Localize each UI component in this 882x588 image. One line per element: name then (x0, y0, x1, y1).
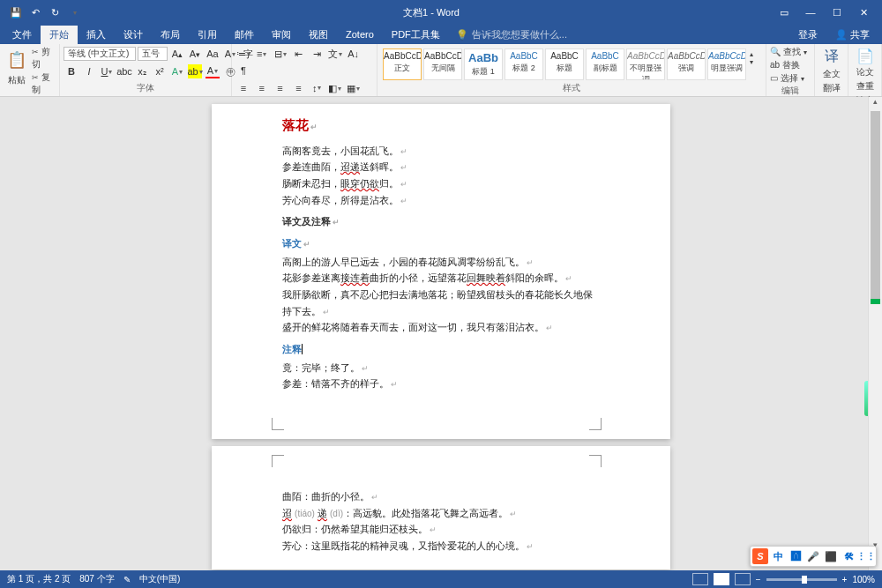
tab-design[interactable]: 设计 (115, 26, 152, 44)
copy-button[interactable]: 复制 (32, 71, 56, 96)
ime-menu-icon[interactable]: ⋮⋮ (858, 548, 874, 564)
italic-icon[interactable]: I (82, 64, 96, 78)
numbering-icon[interactable]: ≡ (255, 47, 269, 61)
doc-title[interactable]: 落花 (282, 115, 600, 138)
close-icon[interactable]: ✕ (852, 7, 875, 19)
note-line[interactable]: 芳心：这里既指花的精神灵魂，又指怜爱花的人的心境。 (282, 538, 600, 555)
scroll-up-icon[interactable]: ▴ (869, 97, 882, 111)
indent-dec-icon[interactable]: ⇤ (291, 48, 305, 62)
redo-icon[interactable]: ↻ (46, 4, 64, 21)
zoom-out-icon[interactable]: − (756, 575, 761, 584)
align-center-icon[interactable]: ≡ (255, 81, 269, 95)
body-line[interactable]: 高阁上的游人早已远去，小园的春花随风凋零纷纷乱飞。 (282, 254, 600, 271)
tab-layout[interactable]: 布局 (152, 26, 189, 44)
shading-icon[interactable]: ◧ (328, 81, 342, 95)
strike-icon[interactable]: abc (117, 64, 131, 78)
superscript-icon[interactable]: x² (153, 64, 167, 78)
tab-references[interactable]: 引用 (189, 26, 226, 44)
qat-more[interactable] (65, 4, 83, 21)
body-line[interactable]: 盛开的鲜花将随着春天而去，面对这一切，我只有落泪沾衣。 (282, 319, 600, 336)
translate-button[interactable]: 译全文翻译 (818, 46, 844, 96)
vertical-scrollbar[interactable]: ▴ ▾ ◦ (868, 97, 882, 570)
style-heading1[interactable]: AaBb标题 1 (464, 48, 503, 80)
ime-skin-icon[interactable]: ⬛ (823, 548, 839, 564)
stanza-line[interactable]: 肠断未忍扫，眼穿仍欲归。 (282, 175, 600, 192)
stanza-line[interactable]: 芳心向春尽，所得是沾衣。 (282, 192, 600, 209)
select-button[interactable]: ▭ 选择 ▾ (770, 72, 804, 85)
ime-lang[interactable]: 中 (770, 548, 786, 564)
style-subtle[interactable]: AaBbCcDc不明显强调 (626, 48, 665, 80)
sign-in[interactable]: 登录 (789, 26, 826, 44)
undo-icon[interactable]: ↶ (26, 4, 44, 21)
ribbon-display-icon[interactable]: ▭ (773, 7, 796, 19)
highlight-icon[interactable]: ab (188, 64, 202, 78)
justify-icon[interactable]: ≡ (291, 81, 305, 95)
bold-icon[interactable]: B (64, 64, 78, 78)
ime-tool-icon[interactable]: 🛠 (841, 548, 856, 564)
ime-logo-icon[interactable]: S (752, 548, 768, 564)
stanza-line[interactable]: 参差连曲陌，迢递送斜晖。 (282, 159, 600, 175)
font-size-select[interactable]: 五号 (138, 47, 168, 61)
maximize-icon[interactable]: ☐ (826, 7, 848, 19)
align-right-icon[interactable]: ≡ (273, 81, 288, 95)
tab-pdf[interactable]: PDF工具集 (383, 26, 449, 44)
multilevel-icon[interactable]: ⊟ (273, 48, 288, 62)
body-line[interactable]: 花影参差迷离接连着曲折的小径，远望落花回舞映着斜阳的余晖。 (282, 270, 600, 287)
borders-icon[interactable]: ▦ (347, 81, 361, 95)
style-heading2[interactable]: AaBbC标题 2 (505, 48, 543, 80)
word-count[interactable]: 807 个字 (79, 573, 114, 585)
shrink-font-icon[interactable]: A▾ (188, 47, 202, 61)
zoom-slider[interactable] (766, 578, 837, 581)
style-nospacing[interactable]: AaBbCcDc无间隔 (423, 48, 462, 80)
share-button[interactable]: 👤 共享 (826, 26, 878, 44)
grow-font-icon[interactable]: A▴ (170, 47, 184, 61)
styles-more[interactable]: ▴▾ (748, 48, 755, 68)
font-name-select[interactable]: 等线 (中文正文) (64, 47, 136, 61)
tab-insert[interactable]: 插入 (78, 26, 115, 44)
tab-mailings[interactable]: 邮件 (226, 26, 263, 44)
style-normal[interactable]: AaBbCcDc正文 (383, 48, 422, 80)
underline-icon[interactable]: U (100, 64, 114, 78)
bullets-icon[interactable]: ≔ (236, 48, 250, 62)
ime-punct-icon[interactable]: 🅰 (788, 548, 804, 564)
note-line[interactable]: 仍欲归：仍然希望其能归还枝头。 (282, 521, 600, 538)
body-line[interactable]: 我肝肠欲断，真不忍心把扫去满地落花；盼望残留枝头的春花能长久地保持下去。 (282, 287, 600, 319)
save-icon[interactable]: 💾 (7, 4, 25, 21)
language-indicator[interactable]: 中文(中国) (139, 573, 181, 585)
ime-toolbar[interactable]: S 中 🅰 🎤 ⬛ 🛠 ⋮⋮ (750, 546, 877, 567)
read-mode-icon[interactable] (692, 573, 708, 585)
tell-me[interactable]: 💡 告诉我您想要做什么... (449, 28, 567, 41)
style-intense[interactable]: AaBbCcDc明显强调 (707, 48, 746, 80)
tab-view[interactable]: 视图 (300, 26, 337, 44)
find-button[interactable]: 🔍 查找 ▾ (770, 46, 807, 58)
section-heading[interactable]: 译文及注释 (282, 213, 600, 230)
stanza-line[interactable]: 高阁客竟去，小国花乱飞。 (282, 143, 600, 160)
page-indicator[interactable]: 第 1 页，共 2 页 (7, 573, 71, 585)
scroll-thumb[interactable] (871, 111, 880, 304)
subsection-heading[interactable]: 注释 (282, 341, 600, 358)
tab-home[interactable]: 开始 (41, 26, 78, 44)
collapse-ribbon-icon[interactable]: ⌃ (859, 81, 866, 95)
note-line[interactable]: 参差：错落不齐的样子。 (282, 376, 600, 392)
tab-file[interactable]: 文件 (4, 26, 41, 44)
minimize-icon[interactable]: — (799, 7, 822, 19)
indent-inc-icon[interactable]: ⇥ (310, 48, 324, 62)
style-emphasis[interactable]: AaBbCcDc强调 (667, 48, 706, 80)
change-case-icon[interactable]: Aa (206, 47, 220, 61)
note-line[interactable]: 曲陌：曲折的小径。 (282, 488, 600, 505)
note-line[interactable]: 迢 (tiáo) 递 (dì)：高远貌。此处指落花飞舞之高远者。 (282, 505, 600, 522)
web-layout-icon[interactable] (735, 573, 751, 585)
find-marker[interactable] (871, 299, 880, 304)
sort-icon[interactable]: A↓ (347, 47, 361, 61)
line-spacing-icon[interactable]: ↕ (310, 81, 324, 95)
asian-layout-icon[interactable]: 文 (328, 48, 342, 62)
font-color-icon[interactable]: A (206, 64, 220, 78)
ime-voice-icon[interactable]: 🎤 (805, 548, 821, 564)
replace-button[interactable]: ab 替换 (770, 59, 800, 71)
paste-button[interactable]: 📋粘贴 (4, 46, 30, 88)
text-effects-icon[interactable]: A (170, 64, 184, 78)
subscript-icon[interactable]: x₂ (135, 64, 149, 78)
zoom-in-icon[interactable]: + (842, 575, 848, 584)
zoom-level[interactable]: 100% (852, 575, 875, 584)
style-title[interactable]: AaBbC标题 (545, 48, 584, 80)
